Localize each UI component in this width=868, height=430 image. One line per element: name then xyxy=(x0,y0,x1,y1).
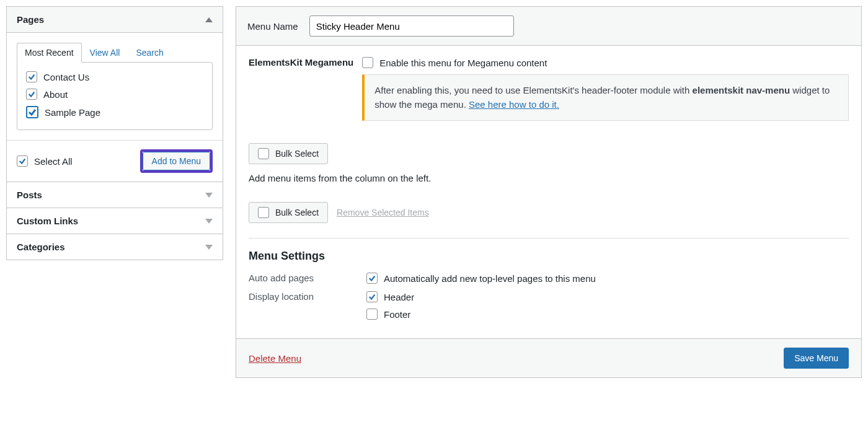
location-label: Footer xyxy=(384,309,410,320)
checkbox-about[interactable] xyxy=(26,89,37,100)
megamenu-label: ElementsKit Megamenu xyxy=(249,57,353,68)
tab-search[interactable]: Search xyxy=(128,43,171,63)
select-all-label: Select All xyxy=(34,156,73,167)
megamenu-enable-label: Enable this menu for Megamenu content xyxy=(379,58,547,68)
bulk-select-label: Bulk Select xyxy=(275,208,319,217)
page-item: About xyxy=(26,89,203,100)
notice-link[interactable]: See here how to do it. xyxy=(469,99,559,110)
chevron-down-icon xyxy=(205,193,213,198)
main-header: Menu Name xyxy=(236,7,861,46)
location-label: Header xyxy=(384,292,414,302)
auto-add-check-label: Automatically add new top-level pages to… xyxy=(384,273,596,284)
megamenu-notice: After enabling this, you need to use Ele… xyxy=(362,74,849,121)
sidebar: Pages Most Recent View All Search Con xyxy=(6,6,223,378)
chevron-down-icon xyxy=(205,245,213,250)
bulk-select-top[interactable]: Bulk Select xyxy=(249,143,328,164)
main-panel: Menu Name ElementsKit Megamenu Enable th… xyxy=(236,6,862,378)
empty-hint: Add menu items from the column on the le… xyxy=(249,173,849,183)
notice-text-1: After enabling this, you need to use Ele… xyxy=(374,85,692,95)
checkbox-location-footer[interactable] xyxy=(366,309,378,320)
checkbox-bulk-top[interactable] xyxy=(258,148,269,159)
remove-selected-link[interactable]: Remove Selected Items xyxy=(337,208,429,217)
accordion-header-categories[interactable]: Categories xyxy=(7,234,223,260)
checkbox-auto-add[interactable] xyxy=(366,273,378,284)
tabs: Most Recent View All Search xyxy=(17,43,213,63)
page-label: About xyxy=(43,89,68,100)
page-item: Sample Page xyxy=(26,106,203,118)
checkbox-location-header[interactable] xyxy=(366,291,378,302)
delete-menu-link[interactable]: Delete Menu xyxy=(249,353,301,364)
main-footer: Delete Menu Save Menu xyxy=(236,338,861,377)
checkbox-bulk-bottom[interactable] xyxy=(258,207,269,218)
accordion-title: Posts xyxy=(17,190,42,200)
accordion-header-custom-links[interactable]: Custom Links xyxy=(7,208,223,234)
accordion: Pages Most Recent View All Search Con xyxy=(6,6,223,260)
accordion-header-pages[interactable]: Pages xyxy=(7,7,223,33)
page-item: Contact Us xyxy=(26,71,203,82)
add-to-menu-button[interactable]: Add to Menu xyxy=(143,152,210,170)
tab-most-recent[interactable]: Most Recent xyxy=(17,43,82,63)
pages-panel: Most Recent View All Search Contact Us xyxy=(7,33,223,182)
save-menu-button[interactable]: Save Menu xyxy=(784,348,849,369)
auto-add-label: Auto add pages xyxy=(249,273,366,283)
bulk-select-bottom[interactable]: Bulk Select xyxy=(249,202,328,223)
main-body: ElementsKit Megamenu Enable this menu fo… xyxy=(236,46,861,338)
highlight-annotation: Add to Menu xyxy=(140,149,213,173)
display-location-label: Display location xyxy=(249,291,366,302)
checkbox-contact-us[interactable] xyxy=(26,71,37,82)
megamenu-enable-row: Enable this menu for Megamenu content xyxy=(362,57,849,68)
bulk-select-label: Bulk Select xyxy=(275,149,319,159)
accordion-title: Categories xyxy=(17,242,65,252)
tab-view-all[interactable]: View All xyxy=(82,43,128,63)
accordion-header-posts[interactable]: Posts xyxy=(7,182,223,208)
checkbox-megamenu-enable[interactable] xyxy=(362,57,373,68)
checkbox-select-all[interactable] xyxy=(17,156,28,167)
pages-panel-footer: Select All Add to Menu xyxy=(7,140,223,182)
accordion-title: Pages xyxy=(17,14,44,25)
accordion-title: Custom Links xyxy=(17,216,78,226)
chevron-up-icon xyxy=(205,17,213,22)
page-label: Sample Page xyxy=(45,107,100,118)
chevron-down-icon xyxy=(205,219,213,224)
menu-settings-title: Menu Settings xyxy=(249,250,849,263)
tab-content: Contact Us About Sample Page xyxy=(17,62,213,130)
notice-bold: elementskit nav-menu xyxy=(693,85,790,95)
settings-display-location-row: Display location Header Footer xyxy=(249,291,849,320)
menu-name-label: Menu Name xyxy=(247,21,298,32)
select-all-row: Select All xyxy=(17,156,73,167)
page-label: Contact Us xyxy=(43,72,89,82)
megamenu-row: ElementsKit Megamenu Enable this menu fo… xyxy=(249,57,849,121)
checkbox-sample-page[interactable] xyxy=(26,106,38,118)
menu-name-input[interactable] xyxy=(309,15,514,37)
settings-auto-add-row: Auto add pages Automatically add new top… xyxy=(249,273,849,284)
divider xyxy=(249,238,849,239)
